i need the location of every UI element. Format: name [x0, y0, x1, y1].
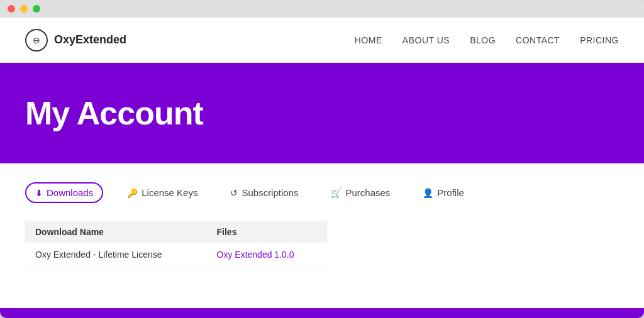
tab-downloads[interactable]: ⬇ Downloads	[25, 182, 103, 203]
profile-icon: 👤	[423, 188, 433, 198]
hero-banner: My Account	[0, 63, 644, 163]
subscriptions-icon: ↺	[230, 188, 238, 198]
key-icon: 🔑	[127, 188, 138, 198]
file-cell: Oxy Extended 1.0.0	[207, 243, 327, 266]
tab-license-label: License Keys	[142, 187, 197, 198]
tab-profile[interactable]: 👤 Profile	[414, 184, 473, 202]
tab-subscriptions[interactable]: ↺ Subscriptions	[221, 184, 307, 202]
nav-pricing[interactable]: PRICING	[580, 35, 619, 45]
nav-about[interactable]: ABOUT US	[402, 35, 450, 45]
maximize-button[interactable]	[33, 5, 40, 13]
file-download-link[interactable]: Oxy Extended 1.0.0	[217, 249, 294, 260]
col-download-name: Download Name	[25, 221, 207, 243]
table-header-row: Download Name Files	[25, 221, 327, 243]
logo-icon: ⊖	[25, 29, 48, 52]
tab-subscriptions-label: Subscriptions	[242, 187, 298, 198]
footer-bar	[0, 308, 644, 318]
navbar: ⊖ OxyExtended HOME ABOUT US BLOG CONTACT…	[0, 18, 644, 63]
tab-profile-label: Profile	[437, 187, 464, 198]
nav-links: HOME ABOUT US BLOG CONTACT PRICING	[355, 35, 619, 46]
tab-downloads-label: Downloads	[47, 187, 93, 198]
download-name-cell: Oxy Extended - Lifetime License	[25, 243, 207, 266]
close-button[interactable]	[8, 5, 15, 13]
minimize-button[interactable]	[20, 5, 28, 13]
table-row: Oxy Extended - Lifetime License Oxy Exte…	[25, 243, 327, 266]
logo-link[interactable]: ⊖ OxyExtended	[25, 29, 126, 52]
logo-text: OxyExtended	[54, 33, 126, 47]
nav-blog[interactable]: BLOG	[470, 35, 496, 45]
nav-home[interactable]: HOME	[355, 35, 382, 45]
cart-icon: 🛒	[331, 188, 341, 198]
tab-purchases-label: Purchases	[345, 187, 390, 198]
tab-license-keys[interactable]: 🔑 License Keys	[118, 184, 206, 202]
col-files: Files	[207, 221, 327, 243]
nav-contact[interactable]: CONTACT	[516, 35, 560, 45]
page-title: My Account	[25, 94, 619, 132]
account-tabs: ⬇ Downloads 🔑 License Keys ↺ Subscriptio…	[25, 182, 619, 203]
page-content: ⊖ OxyExtended HOME ABOUT US BLOG CONTACT…	[0, 18, 644, 318]
downloads-table: Download Name Files Oxy Extended - Lifet…	[25, 221, 327, 266]
download-icon: ⬇	[35, 188, 43, 198]
title-bar	[0, 0, 644, 18]
tab-purchases[interactable]: 🛒 Purchases	[322, 184, 399, 202]
account-content: ⬇ Downloads 🔑 License Keys ↺ Subscriptio…	[0, 163, 644, 308]
